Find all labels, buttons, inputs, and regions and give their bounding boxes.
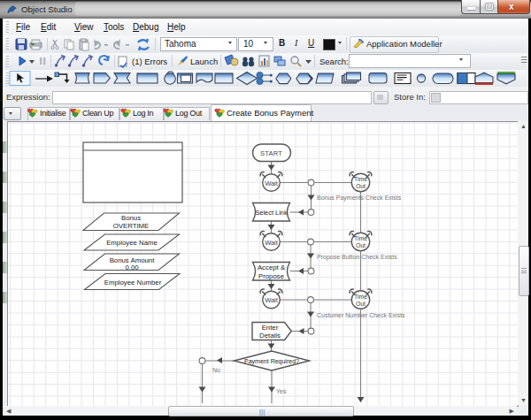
- svg-text:Accept &: Accept &: [258, 263, 286, 271]
- svg-text:OVERTIME: OVERTIME: [113, 222, 150, 230]
- svg-text:Propose Button Check Exists: Propose Button Check Exists: [317, 254, 397, 261]
- svg-text:Enter: Enter: [262, 324, 279, 332]
- svg-text:No: No: [212, 367, 220, 373]
- svg-text:Bonus Payments Check Exists: Bonus Payments Check Exists: [317, 195, 402, 202]
- svg-text:Time: Time: [354, 294, 367, 300]
- svg-text:Time: Time: [354, 235, 367, 241]
- svg-text:Out: Out: [356, 301, 366, 307]
- svg-text:Employee Name: Employee Name: [106, 239, 158, 247]
- svg-text:Employee Number: Employee Number: [104, 279, 162, 286]
- svg-text:Payment Required?: Payment Required?: [244, 358, 299, 365]
- svg-text:Wait: Wait: [265, 296, 279, 304]
- svg-text:Out: Out: [356, 183, 366, 189]
- svg-text:Select Link: Select Link: [255, 209, 287, 217]
- svg-text:Customer Number Check Exists: Customer Number Check Exists: [317, 312, 405, 318]
- svg-text:START: START: [260, 149, 282, 157]
- svg-text:Out: Out: [356, 242, 366, 248]
- svg-text:Propose: Propose: [258, 272, 284, 280]
- svg-text:Wait: Wait: [265, 239, 279, 247]
- svg-text:Time: Time: [354, 176, 367, 182]
- svg-text:Yes: Yes: [276, 388, 287, 394]
- svg-text:0.00: 0.00: [125, 263, 139, 271]
- svg-text:Details: Details: [259, 332, 281, 340]
- svg-text:Bonus: Bonus: [121, 214, 141, 222]
- svg-text:Wait: Wait: [265, 179, 279, 187]
